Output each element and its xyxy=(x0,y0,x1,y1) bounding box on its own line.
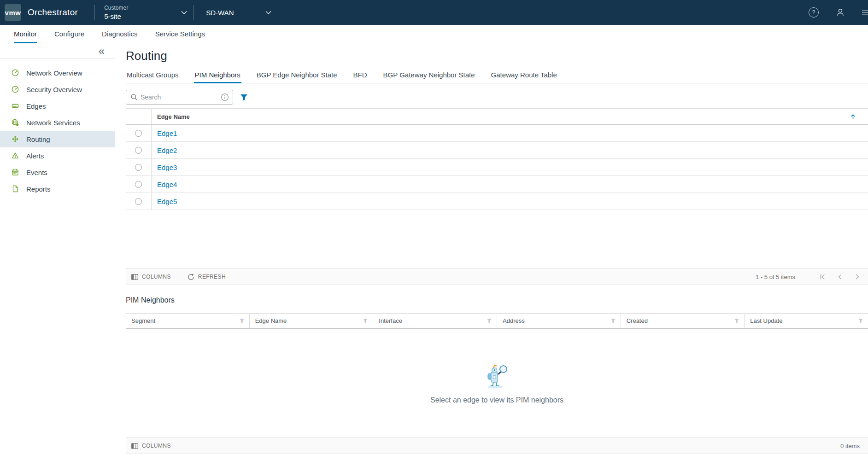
edge-table-header: Edge Name xyxy=(126,108,868,125)
sidebar-item-edges[interactable]: Edges xyxy=(0,98,115,114)
tab-multicast-groups[interactable]: Multicast Groups xyxy=(126,71,180,83)
robot-magnifier-illustration xyxy=(482,362,512,390)
column-header-interface[interactable]: Interface xyxy=(373,314,497,328)
sidebar-item-label: Events xyxy=(26,169,47,176)
user-icon[interactable] xyxy=(835,7,845,18)
pagination-range: 1 - 5 of 5 items xyxy=(756,274,795,280)
table-row[interactable]: Edge3 xyxy=(126,159,868,176)
sidebar-item-events[interactable]: Events xyxy=(0,164,115,181)
primary-nav: Monitor Configure Diagnostics Service Se… xyxy=(0,25,868,43)
routing-tabs: Multicast Groups PIM Neighbors BGP Edge … xyxy=(126,71,868,83)
column-header-address[interactable]: Address xyxy=(497,314,621,328)
columns-button[interactable]: COLUMNS xyxy=(131,274,171,280)
edge-table-toolbar: COLUMNS REFRESH 1 - 5 of 5 items xyxy=(126,268,868,285)
tab-pim-neighbors[interactable]: PIM Neighbors xyxy=(194,71,241,83)
pim-neighbors-table: Segment Edge Name Interface xyxy=(126,313,868,454)
page-title: Routing xyxy=(126,49,868,63)
column-header-last-update[interactable]: Last Update xyxy=(744,314,868,328)
edge-link[interactable]: Edge1 xyxy=(152,129,177,137)
edge-radio[interactable] xyxy=(135,181,142,188)
filter-funnel-icon[interactable] xyxy=(487,318,492,324)
app-title: Orchestrator xyxy=(28,7,78,18)
pim-empty-state: Select an edge to view its PIM neighbors xyxy=(126,329,868,438)
sidebar-item-routing[interactable]: Routing xyxy=(0,131,115,147)
search-input[interactable] xyxy=(141,93,221,101)
refresh-icon xyxy=(188,274,194,280)
refresh-button[interactable]: REFRESH xyxy=(188,274,226,280)
nav-item-service-settings[interactable]: Service Settings xyxy=(155,25,205,43)
sidebar-item-network-services[interactable]: Network Services xyxy=(0,114,115,131)
search-icon xyxy=(130,93,138,101)
sidebar-item-label: Alerts xyxy=(26,152,44,160)
pim-table-header: Segment Edge Name Interface xyxy=(126,313,868,329)
filter-funnel-icon[interactable] xyxy=(858,318,863,324)
customer-label: Customer xyxy=(104,5,128,11)
table-row[interactable]: Edge4 xyxy=(126,176,868,193)
tab-bfd[interactable]: BFD xyxy=(352,71,368,83)
filter-icon[interactable] xyxy=(240,94,248,101)
security-overview-gauge-icon xyxy=(11,85,19,93)
sidebar-item-alerts[interactable]: Alerts xyxy=(0,147,115,164)
edges-device-icon xyxy=(11,102,19,110)
edge-link[interactable]: Edge2 xyxy=(152,146,177,154)
help-icon[interactable]: ? xyxy=(809,7,819,18)
first-page-icon[interactable] xyxy=(819,274,826,280)
customer-dropdown[interactable]: Customer 5-site xyxy=(95,5,194,20)
pim-neighbors-heading: PIM Neighbors xyxy=(126,296,868,304)
edge-name-column-header[interactable]: Edge Name xyxy=(152,113,190,120)
table-row[interactable]: Edge1 xyxy=(126,125,868,142)
menu-icon[interactable] xyxy=(862,9,868,16)
columns-icon xyxy=(131,443,138,449)
edge-radio[interactable] xyxy=(135,130,142,137)
sidebar-item-label: Network Overview xyxy=(26,69,82,77)
sidebar-item-reports[interactable]: Reports xyxy=(0,181,115,197)
edge-link[interactable]: Edge4 xyxy=(152,181,177,188)
events-calendar-icon xyxy=(11,168,19,176)
sidebar-item-network-overview[interactable]: Network Overview xyxy=(0,64,115,81)
column-header-segment[interactable]: Segment xyxy=(126,314,249,328)
filter-funnel-icon[interactable] xyxy=(239,318,245,324)
collapse-sidebar-icon[interactable]: « xyxy=(99,47,105,56)
sidebar-item-label: Edges xyxy=(26,102,46,110)
edge-radio[interactable] xyxy=(135,164,142,171)
sidebar-item-label: Security Overview xyxy=(26,86,82,93)
items-count: 0 items xyxy=(840,443,860,449)
nav-item-diagnostics[interactable]: Diagnostics xyxy=(102,25,138,43)
tab-bgp-edge-neighbor-state[interactable]: BGP Edge Neighbor State xyxy=(256,71,338,83)
nav-item-monitor[interactable]: Monitor xyxy=(14,25,37,43)
sidebar-item-label: Network Services xyxy=(26,119,80,127)
column-header-edge-name[interactable]: Edge Name xyxy=(249,314,373,328)
top-header-bar: vmw Orchestrator Customer 5-site SD-WAN … xyxy=(0,0,868,25)
filter-funnel-icon[interactable] xyxy=(610,318,616,324)
radio-column-header xyxy=(126,109,152,124)
info-icon[interactable] xyxy=(221,93,229,101)
alerts-warning-icon xyxy=(11,152,19,160)
tab-bgp-gateway-neighbor-state[interactable]: BGP Gateway Neighbor State xyxy=(382,71,476,83)
edge-radio[interactable] xyxy=(135,198,142,205)
columns-button[interactable]: COLUMNS xyxy=(131,443,171,449)
table-row[interactable]: Edge5 xyxy=(126,193,868,210)
filter-funnel-icon[interactable] xyxy=(363,318,368,324)
table-row[interactable]: Edge2 xyxy=(126,142,868,159)
column-header-created[interactable]: Created xyxy=(621,314,745,328)
reports-document-icon xyxy=(11,185,19,193)
nav-item-configure[interactable]: Configure xyxy=(54,25,84,43)
search-box xyxy=(126,90,233,105)
previous-page-icon[interactable] xyxy=(837,274,843,280)
edge-list-table: Edge Name Edge1 Edge2 Edge3 Edge4 xyxy=(126,108,868,285)
sort-ascending-icon[interactable] xyxy=(850,114,856,120)
edge-link[interactable]: Edge5 xyxy=(152,198,177,205)
next-page-icon[interactable] xyxy=(854,274,861,280)
vmw-logo: vmw xyxy=(5,4,21,21)
sidebar-item-label: Reports xyxy=(26,185,51,193)
tab-gateway-route-table[interactable]: Gateway Route Table xyxy=(490,71,558,83)
customer-value: 5-site xyxy=(104,12,128,20)
network-overview-gauge-icon xyxy=(11,69,19,77)
product-dropdown[interactable]: SD-WAN xyxy=(194,9,271,17)
filter-funnel-icon[interactable] xyxy=(734,318,739,324)
edge-link[interactable]: Edge3 xyxy=(152,163,177,171)
sidebar-item-security-overview[interactable]: Security Overview xyxy=(0,81,115,98)
chevron-down-icon xyxy=(265,11,271,14)
edge-radio[interactable] xyxy=(135,147,142,154)
chevron-down-icon xyxy=(181,11,187,14)
